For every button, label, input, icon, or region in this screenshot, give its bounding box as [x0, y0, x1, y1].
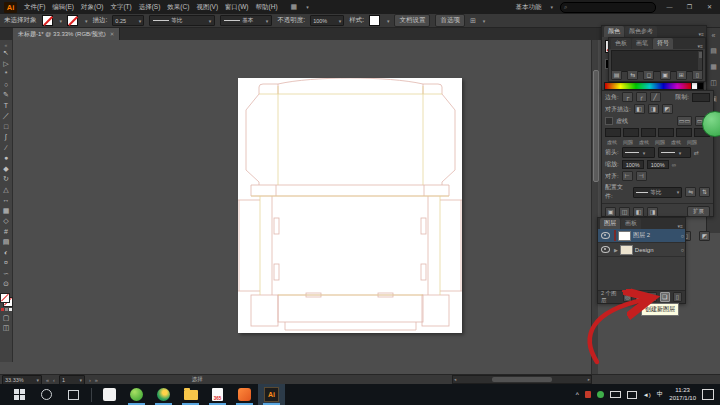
unite-shape-icon[interactable]: ▣ [605, 207, 616, 217]
menu-edit[interactable]: 编辑(E) [52, 3, 74, 12]
align-caret-icon[interactable]: ▾ [483, 18, 486, 24]
color-spectrum-bar[interactable] [604, 82, 692, 90]
horizontal-scrollbar[interactable]: ◂ ▸ [452, 375, 592, 384]
stroke-caret-icon[interactable]: ▾ [85, 18, 88, 24]
scale-tool-icon[interactable]: △ [1, 185, 12, 196]
visibility-eye-icon[interactable] [601, 232, 610, 239]
menu-effect[interactable]: 效果(C) [167, 3, 189, 12]
arrow-align-tip-icon[interactable]: ⊢ [622, 171, 633, 181]
place-symbol-icon[interactable]: ⇆ [627, 70, 638, 80]
taskbar-app-365doc[interactable]: 365 [204, 384, 231, 405]
pen-tool-icon[interactable]: ✎ [1, 90, 12, 101]
align-center-icon[interactable]: ◧ [634, 104, 645, 114]
cortana-button[interactable] [33, 384, 60, 405]
tray-battery-icon[interactable] [610, 391, 621, 398]
tab-artboards[interactable]: 画板 [621, 218, 641, 229]
visibility-eye-icon[interactable] [601, 246, 610, 253]
align-inside-icon[interactable]: ◨ [648, 104, 659, 114]
fill-swatch[interactable] [42, 15, 53, 26]
selection-tool-icon[interactable]: ↖ [1, 48, 12, 59]
opacity-input[interactable]: 100%▾ [310, 15, 344, 26]
taskbar-app-orange[interactable] [231, 384, 258, 405]
tab-brushes[interactable]: 画笔 [632, 38, 652, 49]
start-button[interactable] [6, 384, 33, 405]
tab-color[interactable]: 颜色 [604, 26, 624, 37]
next-artboard-icon[interactable]: › [89, 377, 91, 383]
taskbar-app-1[interactable] [96, 384, 123, 405]
style-swatch[interactable] [369, 15, 380, 26]
profile-select[interactable]: 等比 ▾ [633, 187, 682, 198]
scroll-left-icon[interactable]: ◂ [454, 377, 456, 382]
layer-1-target-icon[interactable]: ○ [681, 233, 684, 239]
layer-2-thumbnail[interactable] [620, 245, 633, 255]
flip-along-icon[interactable]: ⇋ [685, 187, 696, 197]
symbols-list[interactable] [611, 50, 703, 72]
arrow-scale-end-input[interactable]: 100% [647, 160, 669, 169]
tray-expand-icon[interactable]: ^ [576, 391, 579, 398]
document-tab[interactable]: 未标题-1* @ 33.33% (RGB/预览) ✕ [13, 28, 120, 40]
link-scale-icon[interactable]: ∞ [672, 162, 676, 168]
dash-input-3[interactable] [676, 128, 692, 137]
type-tool-icon[interactable]: T [1, 101, 12, 112]
align-options-icon[interactable]: ⊞ [470, 17, 476, 25]
layer-1-thumbnail[interactable] [618, 231, 631, 241]
menu-object[interactable]: 对象(O) [81, 3, 103, 12]
tab-swatches[interactable]: 色板 [611, 38, 631, 49]
last-artboard-icon[interactable]: » [95, 377, 98, 383]
restore-button[interactable]: ❐ [683, 2, 696, 12]
layer-2-name[interactable]: Design [635, 247, 654, 253]
close-button[interactable]: ✕ [703, 2, 716, 12]
taskbar-app-browser-globe[interactable] [150, 384, 177, 405]
expand-triangle-icon[interactable]: ▶ [614, 247, 618, 253]
blend-tool-icon[interactable]: ¤ [1, 258, 12, 269]
screen-mode-icon[interactable]: ◫ [1, 323, 12, 334]
gradient-tool-icon[interactable]: ▤ [1, 237, 12, 248]
menu-type[interactable]: 文字(T) [110, 3, 131, 12]
prev-artboard-icon[interactable]: ‹ [53, 377, 55, 383]
miter-limit-input[interactable] [692, 93, 710, 102]
magic-wand-tool-icon[interactable]: * [1, 69, 12, 80]
align-outside-icon[interactable]: ◩ [662, 104, 673, 114]
swap-arrowheads-icon[interactable]: ⇄ [694, 149, 699, 156]
free-transform-tool-icon[interactable]: ▦ [1, 206, 12, 217]
preferences-button[interactable]: 首选项 [435, 14, 465, 27]
lasso-tool-icon[interactable]: ○ [1, 80, 12, 91]
arrowhead-start-select[interactable]: ▾ [622, 147, 655, 158]
color-button-icon[interactable] [1, 308, 4, 311]
document-tab-close-icon[interactable]: ✕ [110, 31, 115, 37]
opacity-label[interactable]: 不透明度: [277, 16, 305, 25]
first-artboard-icon[interactable]: « [46, 377, 49, 383]
symbols-scrollbar[interactable] [698, 51, 702, 71]
intersect-icon[interactable]: ◧ [633, 207, 644, 217]
stroke-swatch[interactable] [67, 15, 78, 26]
workspace-caret-icon[interactable]: ▾ [550, 4, 553, 10]
menu-file[interactable]: 文件(F) [24, 3, 45, 12]
blob-brush-tool-icon[interactable]: ● [1, 153, 12, 164]
document-setup-button[interactable]: 文档设置 [394, 14, 430, 27]
menu-help[interactable]: 帮助(H) [256, 3, 278, 12]
width-profile-select[interactable]: 等比 ▾ [149, 15, 215, 26]
flip-across-icon[interactable]: ⇅ [699, 187, 710, 197]
spectrum-black-swatch[interactable] [697, 82, 704, 90]
stroke-weight-label[interactable]: 描边: [93, 16, 108, 25]
tray-security-icon[interactable] [585, 391, 591, 398]
gradient-button-icon[interactable] [5, 308, 8, 311]
zoom-level-select[interactable]: 33.33%▾ [2, 375, 42, 385]
vertical-scrollbar-thumb[interactable] [593, 70, 599, 182]
minus-front-icon[interactable]: ◫ [619, 207, 630, 217]
dock-collapse-icon[interactable]: « [712, 32, 716, 39]
menu-select[interactable]: 选择(S) [139, 3, 161, 12]
arrange-documents-caret-icon[interactable]: ▾ [306, 4, 309, 10]
dock-brushes-icon[interactable]: ▦ [710, 63, 717, 71]
task-view-button[interactable] [60, 384, 87, 405]
minimize-button[interactable]: — [663, 2, 676, 12]
new-symbol-icon[interactable]: ⊞ [676, 70, 687, 80]
exclude-icon[interactable]: ◨ [647, 207, 658, 217]
hand-tool-icon[interactable]: ∽ [1, 269, 12, 280]
tab-layers[interactable]: 图层 [600, 218, 620, 229]
taskbar-app-illustrator-active[interactable]: Ai [258, 384, 285, 405]
minus-back-icon[interactable]: ◩ [699, 231, 710, 241]
shape-builder-tool-icon[interactable]: ◇ [1, 216, 12, 227]
dash-input-2[interactable] [641, 128, 657, 137]
arrow-scale-start-input[interactable]: 100% [622, 160, 644, 169]
